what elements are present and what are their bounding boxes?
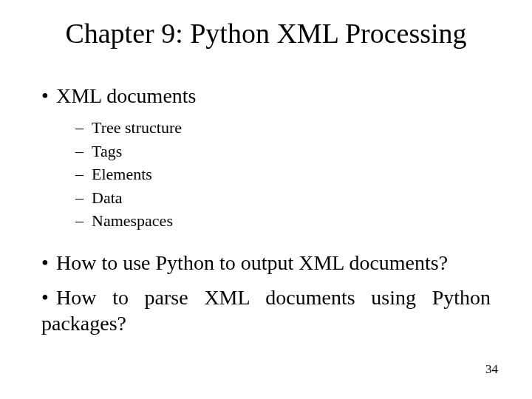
dash-icon: – — [75, 211, 92, 232]
sub-bullet-text: Data — [92, 188, 123, 207]
bullet-dot-icon: • — [41, 284, 56, 310]
sub-bullet-group: –Tree structure –Tags –Elements –Data –N… — [75, 117, 491, 232]
sub-bullet-text: Tags — [92, 142, 122, 160]
sub-bullet-text: Elements — [92, 165, 152, 183]
sub-bullet-namespaces: –Namespaces — [75, 211, 491, 232]
bullet-text: XML documents — [56, 84, 197, 107]
bullet-text: How to parse XML documents using Python … — [41, 286, 491, 335]
bullet-parse-xml: •How to parse XML documents using Python… — [41, 284, 491, 336]
dash-icon: – — [75, 117, 92, 139]
sub-bullet-elements: –Elements — [75, 164, 491, 185]
slide: Chapter 9: Python XML Processing •XML do… — [0, 0, 532, 399]
sub-bullet-tags: –Tags — [75, 141, 491, 163]
dash-icon: – — [75, 141, 92, 163]
slide-body: •XML documents –Tree structure –Tags –El… — [41, 83, 491, 345]
dash-icon: – — [75, 164, 92, 185]
bullet-dot-icon: • — [41, 83, 56, 109]
bullet-dot-icon: • — [41, 250, 56, 276]
bullet-text: How to use Python to output XML document… — [56, 251, 448, 274]
sub-bullet-data: –Data — [75, 188, 491, 209]
bullet-output-xml: •How to use Python to output XML documen… — [41, 250, 491, 276]
dash-icon: – — [75, 188, 92, 209]
bullet-xml-documents: •XML documents — [41, 83, 491, 109]
bottom-bullet-group: •How to use Python to output XML documen… — [41, 250, 491, 336]
sub-bullet-tree-structure: –Tree structure — [75, 117, 491, 139]
page-number: 34 — [485, 362, 498, 377]
sub-bullet-text: Namespaces — [92, 211, 173, 230]
sub-bullet-text: Tree structure — [92, 118, 182, 137]
slide-title: Chapter 9: Python XML Processing — [0, 18, 532, 50]
